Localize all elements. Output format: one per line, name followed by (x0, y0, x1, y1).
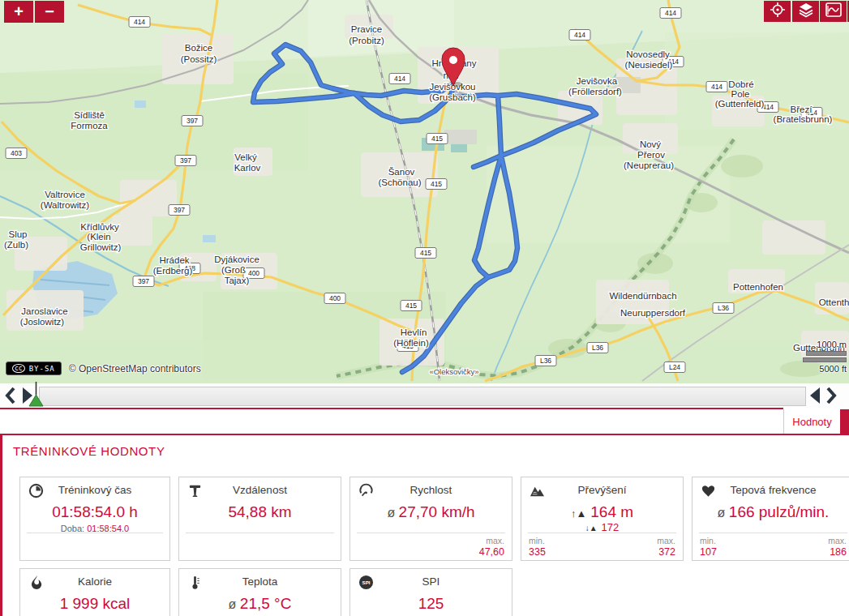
cards-row-1: Tréninkový čas01:58:54.0 hDoba: 01:58:54… (19, 477, 849, 561)
place-label: (Groß (221, 265, 246, 275)
stat-card-title: Vzdálenost (179, 484, 341, 496)
place-label: (Zulb) (4, 240, 28, 250)
chart-button[interactable] (820, 1, 847, 22)
chevron-left-icon (3, 386, 18, 405)
place-label: Karlov (234, 163, 261, 173)
road-shield-label: 415 (420, 249, 431, 257)
place-label: (Waltrowitz) (41, 200, 89, 210)
stat-card-calories: Kalorie1 999 kcal (19, 568, 170, 616)
stat-card-value: ↑▲164 m (521, 503, 683, 521)
stat-card-value: 1 999 kcal (20, 595, 169, 613)
triangle-left-icon (808, 386, 822, 405)
timeline-playhead[interactable] (28, 382, 45, 408)
osm-attribution-text[interactable]: © OpenStreetMap contributors (69, 363, 201, 374)
cc-icon: cc (12, 364, 25, 373)
zoom-out-button[interactable]: − (35, 1, 64, 23)
place-label: (Grusbach) (429, 92, 476, 102)
average-symbol: ø (387, 506, 398, 520)
place-label: Hrádek (159, 255, 189, 265)
scale-bar-metric (806, 351, 847, 356)
stat-card-value: 54,88 km (179, 503, 341, 521)
scale-bar-imperial (803, 357, 847, 362)
stat-card-title: Rychlost (350, 484, 512, 496)
place-label: Šanov (388, 167, 415, 177)
place-label: Valtrovice (45, 190, 85, 199)
stat-card-elevation: Převýšení↑▲164 m↓▲172min.335max.372 (521, 477, 684, 561)
max-block: max.372 (657, 536, 675, 558)
zoom-in-button[interactable]: + (4, 1, 33, 23)
place-label: Božice (185, 43, 213, 53)
stat-card-value: 01:58:54.0 h (20, 503, 169, 521)
place-label: Pottenhofen (733, 282, 783, 292)
place-label: (Neuprerau) (624, 160, 674, 170)
svg-text:SPI: SPI (362, 580, 371, 585)
place-label: Křídlůvky (80, 222, 119, 232)
road-shield-label: 414 (711, 83, 723, 91)
place-label: Hevlín (401, 327, 427, 337)
stat-card-speed: Rychlostø 27,70 km/hmax.47,60 (349, 477, 512, 561)
place-label: Novosedly (626, 49, 670, 59)
descent-icon: ↓▲ (585, 524, 598, 533)
max-block: max.186 (828, 536, 847, 558)
section-title: TRÉNINKOVÉ HODNOTY (13, 444, 165, 458)
stat-card-training-time: Tréninkový čas01:58:54.0 hDoba: 01:58:54… (19, 477, 170, 561)
timeline-track[interactable] (39, 387, 806, 406)
chevron-right-icon (824, 386, 838, 405)
spi-icon: SPI (358, 575, 374, 590)
speedometer-icon (358, 483, 374, 498)
road-shield-label: 400 (248, 269, 259, 277)
stat-card-value: ø 21,5 °C (179, 595, 341, 613)
road-shield-label: 397 (187, 117, 198, 125)
map-render: 4144144144144144144144143973973973974034… (0, 0, 849, 383)
cc-license-badge[interactable]: ccBY-SA (6, 361, 62, 375)
map-scale: 1000 m 5000 ft (803, 340, 847, 374)
stat-card-value: ø 166 pulzů/min. (692, 503, 849, 521)
flame-icon (28, 575, 44, 590)
map-canvas[interactable]: 4144144144144144144144143973973973974034… (0, 0, 849, 383)
stat-card-title: Převýšení (521, 484, 683, 496)
card-divider (186, 533, 334, 533)
timeline-step-forward-button[interactable] (808, 386, 822, 405)
road-shield-label: 414 (574, 31, 585, 39)
stat-card-secondary-value: ↓▲172 (521, 521, 683, 533)
timeline-slider (0, 383, 849, 408)
place-label: (Joslowitz) (20, 317, 64, 327)
stat-card-heart-rate: Tepová frekvenceø 166 pulzů/min.min.107m… (692, 477, 849, 561)
road-shield-label: L24 (669, 363, 680, 371)
clock-icon (28, 483, 44, 498)
place-label: Jevišovka (577, 76, 618, 86)
line-chart-icon (825, 2, 843, 21)
cards-row-2: Kalorie1 999 kcalTeplotaø 21,5 °CSPISPI1… (19, 568, 512, 616)
place-label: (Bratelsbrunn) (774, 114, 833, 124)
max-block: max.47,60 (479, 536, 504, 558)
place-label: Velký (234, 152, 257, 162)
place-label: Pravice (351, 24, 382, 34)
place-label: Grillowitz) (80, 242, 122, 252)
stat-card-temperature: Teplotaø 21,5 °C (178, 568, 341, 616)
place-label: (Probitz) (349, 36, 384, 45)
place-label: Jaroslavice (21, 306, 68, 316)
place-label: Wildendürnbach (609, 291, 676, 301)
stat-card-title: SPI (350, 575, 512, 588)
min-block: min.107 (700, 536, 717, 558)
place-label: «Oleksovičky» (429, 367, 478, 376)
stat-card-spi: SPISPI125 (349, 568, 512, 616)
stat-card-value: ø 27,70 km/h (350, 503, 512, 521)
min-max-row: max.47,60 (358, 536, 504, 558)
card-divider (27, 533, 163, 533)
road-shield-label: 414 (134, 18, 145, 26)
place-label: (Possitz) (181, 54, 217, 64)
place-label: Ottenthal (819, 297, 849, 307)
timeline-end-button[interactable] (824, 386, 838, 405)
place-label: Formoza (71, 121, 108, 130)
min-max-row: min.107max.186 (700, 536, 847, 558)
timeline-step-back-button[interactable] (3, 386, 18, 405)
place-label: Neuruppersdorf (620, 308, 686, 318)
road-shield-label: L36 (718, 304, 729, 312)
tab-hodnoty[interactable]: Hodnoty (783, 409, 840, 434)
stat-card-value: 125 (350, 595, 512, 613)
layers-button[interactable] (792, 1, 819, 22)
heart-icon (701, 483, 716, 498)
average-symbol: ø (229, 597, 240, 611)
locate-button[interactable] (764, 1, 791, 22)
